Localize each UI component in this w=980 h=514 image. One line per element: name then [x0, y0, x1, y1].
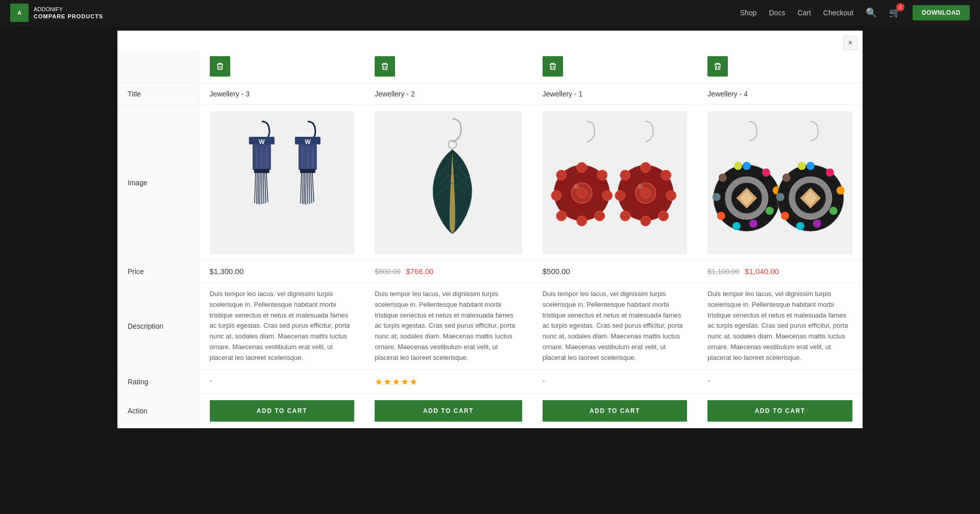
nav-docs[interactable]: Docs [769, 9, 785, 17]
compare-table: Title Jewellery - 3 Jewellery - 2 Jewell… [117, 50, 863, 428]
modal-close-button[interactable]: × [843, 36, 857, 50]
add-to-cart-product-4[interactable]: ADD TO CART [707, 400, 852, 422]
svg-point-47 [658, 211, 669, 221]
svg-text:W: W [305, 138, 311, 145]
svg-line-23 [302, 173, 303, 204]
compare-modal: × [117, 31, 863, 428]
delete-product-1-button[interactable] [210, 56, 230, 77]
svg-point-38 [551, 190, 561, 201]
product-3-price-cell: $500.00 [532, 261, 698, 283]
product-4-price-sale: $1,040.00 [745, 267, 779, 276]
svg-line-24 [304, 173, 304, 204]
svg-line-10 [259, 173, 260, 205]
product-3-price: $500.00 [543, 267, 570, 276]
svg-point-71 [806, 162, 815, 170]
svg-point-46 [666, 190, 676, 201]
product-2-action-cell: ADD TO CART [364, 394, 532, 428]
delete-product-4-button[interactable] [707, 56, 728, 77]
product-1-delete-cell [199, 50, 364, 83]
product-3-rating: - [543, 377, 545, 385]
nav-area: Shop Docs Cart Checkout 🔍 🛒 3 DOWNLOAD [740, 5, 970, 20]
topbar: A ADDONIFY COMPARE PRODUCTS Shop Docs Ca… [0, 0, 980, 26]
add-to-cart-product-2[interactable]: ADD TO CART [375, 400, 522, 422]
svg-point-75 [813, 219, 821, 228]
product-1-title-cell: Jewellery - 3 [199, 83, 364, 105]
svg-line-25 [305, 173, 306, 205]
delete-label-cell [117, 50, 199, 83]
product-3-description: Duis tempor leo lacus, vel dignissim tur… [543, 289, 688, 363]
delete-product-2-button[interactable] [375, 56, 395, 77]
svg-point-51 [620, 170, 630, 180]
product-2-image-cell [364, 105, 532, 261]
svg-point-73 [837, 186, 845, 194]
product-1-desc-cell: Duis tempor leo lacus, vel dignissim tur… [199, 283, 364, 370]
product-3-action-cell: ADD TO CART [532, 394, 698, 428]
product-1-title: Jewellery - 3 [210, 90, 250, 98]
svg-point-78 [776, 193, 785, 201]
product-4-action-cell: ADD TO CART [697, 394, 863, 428]
cart-icon-area[interactable]: 🛒 3 [889, 7, 900, 18]
svg-point-80 [798, 162, 806, 170]
svg-line-22 [300, 173, 301, 203]
svg-point-72 [826, 168, 834, 177]
nav-cart[interactable]: Cart [797, 9, 811, 17]
add-to-cart-product-1[interactable]: ADD TO CART [210, 400, 355, 422]
download-button[interactable]: DOWNLOAD [913, 5, 970, 20]
svg-rect-6 [254, 169, 269, 173]
svg-line-14 [266, 173, 267, 202]
svg-line-29 [312, 173, 313, 202]
svg-point-33 [597, 170, 607, 180]
rating-row: Rating - ★★★★★ - - [117, 370, 863, 394]
product-3-desc-cell: Duis tempor leo lacus, vel dignissim tur… [532, 283, 698, 370]
product-2-price-original: $800.00 [375, 267, 401, 276]
product-1-rating: - [210, 377, 212, 385]
brand-name: ADDONIFY [34, 6, 103, 13]
svg-point-37 [556, 211, 567, 221]
title-row: Title Jewellery - 3 Jewellery - 2 Jewell… [117, 83, 863, 105]
product-3-title-cell: Jewellery - 1 [532, 83, 698, 105]
product-2-title-cell: Jewellery - 2 [364, 83, 532, 105]
svg-point-34 [602, 190, 612, 201]
product-4-price-cell: $1,100.00 $1,040.00 [697, 261, 863, 283]
svg-point-54 [638, 184, 643, 189]
svg-point-56 [743, 162, 751, 170]
action-label: Action [117, 394, 199, 428]
product-2-desc-cell: Duis tempor leo lacus, vel dignissim tur… [364, 283, 532, 370]
svg-line-13 [264, 173, 265, 203]
svg-point-62 [717, 212, 725, 220]
product-4-title-cell: Jewellery - 4 [697, 83, 863, 105]
product-4-rating-cell: - [697, 370, 863, 394]
svg-point-57 [762, 168, 770, 177]
svg-point-74 [829, 207, 838, 215]
description-row: Description Duis tempor leo lacus, vel d… [117, 283, 863, 370]
svg-point-50 [615, 190, 625, 201]
svg-point-44 [641, 162, 651, 173]
svg-line-28 [310, 173, 311, 203]
svg-point-36 [577, 216, 587, 226]
delete-product-3-button[interactable] [543, 56, 563, 77]
svg-line-8 [256, 173, 257, 204]
product-3-rating-cell: - [532, 370, 698, 394]
svg-point-45 [661, 170, 671, 180]
product-3-image [543, 111, 688, 254]
product-2-title: Jewellery - 2 [375, 90, 415, 98]
product-1-image: W [210, 111, 355, 254]
svg-point-32 [577, 162, 587, 173]
product-1-description: Duis tempor leo lacus, vel dignissim tur… [210, 289, 355, 363]
svg-point-61 [732, 222, 741, 230]
nav-checkout[interactable]: Checkout [823, 9, 853, 17]
product-4-desc-cell: Duis tempor leo lacus, vel dignissim tur… [697, 283, 863, 370]
svg-point-39 [556, 170, 567, 180]
brand-area: A ADDONIFY COMPARE PRODUCTS [10, 4, 103, 22]
nav-shop[interactable]: Shop [740, 9, 757, 17]
brand-logo: A [10, 4, 29, 22]
modal-overlay: × [0, 26, 980, 514]
description-label: Description [117, 283, 199, 370]
product-2-delete-cell [364, 50, 532, 83]
svg-point-76 [796, 222, 804, 230]
product-2-rating: ★★★★★ [375, 377, 418, 387]
product-2-image [375, 111, 522, 254]
add-to-cart-product-3[interactable]: ADD TO CART [543, 400, 688, 422]
search-icon[interactable]: 🔍 [866, 7, 877, 18]
product-3-image-cell [532, 105, 698, 261]
